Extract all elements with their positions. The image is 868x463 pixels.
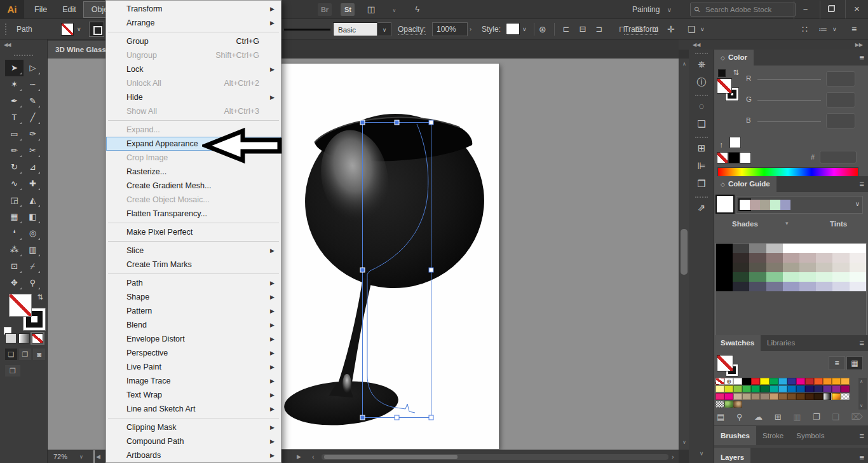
artboard-tool[interactable]: ⊡: [5, 258, 24, 275]
menu-item-create-gradient-mesh[interactable]: Create Gradient Mesh...: [106, 179, 281, 193]
harmony-color-0[interactable]: [740, 200, 750, 210]
guide-cell-r0-c5[interactable]: [799, 244, 816, 253]
channel-value-r[interactable]: [826, 71, 855, 86]
lasso-tool[interactable]: ∽: [24, 76, 42, 93]
color-guide-panel-icon[interactable]: ⎈: [689, 56, 714, 74]
handle-mid-right[interactable]: [429, 268, 433, 272]
swatch-list-view-icon[interactable]: ▥: [793, 412, 801, 422]
swatch-r2-c11[interactable]: [814, 393, 823, 400]
hscroll-right-icon[interactable]: ›: [672, 450, 674, 463]
mini-swap-icon[interactable]: ⇄: [732, 69, 740, 75]
rotate-tool[interactable]: ↻: [5, 159, 24, 176]
swatch-r0-c4[interactable]: [751, 378, 760, 385]
horizontal-scrollbar[interactable]: [322, 454, 668, 460]
guide-cell-r2-c2[interactable]: [749, 263, 766, 272]
shades-label[interactable]: Shades: [732, 220, 758, 228]
swatch-r0-c6[interactable]: [770, 378, 778, 385]
menu-item-group[interactable]: GroupCtrl+G: [106, 34, 281, 48]
menu-item-text-wrap[interactable]: Text Wrap▶: [106, 388, 281, 402]
harmony-color-4[interactable]: [780, 200, 790, 210]
tab-stroke[interactable]: Stroke: [756, 426, 790, 445]
white-swatch[interactable]: [740, 152, 751, 163]
menu-item-envelope-distort[interactable]: Envelope Distort▶: [106, 332, 281, 346]
swatch-pattern-0[interactable]: [715, 401, 724, 408]
guide-cell-r0-c0[interactable]: [716, 244, 733, 253]
tab-color-guide[interactable]: ◇Color Guide: [714, 176, 776, 192]
guide-cell-r3-c1[interactable]: [733, 272, 749, 282]
horizontal-scroll-thumb[interactable]: [324, 455, 458, 459]
brush-chevron-icon[interactable]: ∨: [377, 22, 391, 36]
swatch-r1-c11[interactable]: [814, 385, 823, 392]
menu-item-live-paint[interactable]: Live Paint▶: [106, 360, 281, 374]
swatch-options-icon[interactable]: ⊞: [775, 412, 782, 422]
swatch-r1-c1[interactable]: [724, 385, 733, 392]
swatch-r1-c10[interactable]: [805, 385, 814, 392]
hand-tool[interactable]: ✥: [5, 275, 24, 291]
swatch-pattern-2[interactable]: [733, 401, 742, 408]
channel-slider-r[interactable]: [757, 79, 821, 80]
swatch-r2-c6[interactable]: [770, 393, 778, 400]
guide-cell-r3-c2[interactable]: [749, 272, 766, 282]
opacity-spinner-icon[interactable]: ›: [470, 19, 471, 39]
guide-cell-r4-c6[interactable]: [816, 282, 832, 291]
swatch-r0-c7[interactable]: [778, 378, 787, 385]
color-button[interactable]: [5, 333, 17, 343]
control-bar-grip[interactable]: [5, 24, 8, 35]
swatch-r2-c13[interactable]: [832, 393, 841, 400]
black-swatch[interactable]: [728, 152, 740, 163]
zoom-tool[interactable]: ⚲: [24, 275, 42, 291]
dock-grip[interactable]: [695, 95, 708, 96]
minimize-button[interactable]: −: [794, 1, 817, 19]
guide-cell-r3-c7[interactable]: [832, 272, 849, 282]
swatch-r0-c8[interactable]: [787, 378, 796, 385]
swatch-r1-c13[interactable]: [832, 385, 841, 392]
next-artboard-icon[interactable]: ▶: [297, 450, 301, 463]
menu-item-make-pixel-perfect[interactable]: Make Pixel Perfect: [106, 225, 281, 239]
delete-swatch-icon[interactable]: ⌦: [851, 412, 863, 422]
draw-behind-icon[interactable]: ❐: [19, 349, 31, 360]
guide-cell-r1-c7[interactable]: [832, 253, 849, 263]
transform-link[interactable]: Transform: [624, 24, 658, 35]
mesh-tool[interactable]: ▦: [5, 209, 24, 225]
menubar-item-file[interactable]: File: [27, 2, 55, 17]
guide-cell-r4-c8[interactable]: [850, 282, 866, 291]
document-info-panel-icon[interactable]: ⓘ: [689, 74, 714, 92]
tab-libraries[interactable]: Libraries: [761, 335, 801, 351]
menu-item-transform[interactable]: Transform▶: [106, 2, 281, 16]
guide-cell-r0-c1[interactable]: [733, 244, 749, 253]
menu-item-artboards[interactable]: Artboards▶: [106, 448, 281, 462]
menu-item-perspective[interactable]: Perspective▶: [106, 346, 281, 360]
swatch-r1-c9[interactable]: [796, 385, 805, 392]
zoom-chevron-icon[interactable]: ∨: [79, 450, 83, 463]
swatch-r0-c13[interactable]: [832, 378, 841, 385]
menu-item-compound-path[interactable]: Compound Path▶: [106, 434, 281, 448]
menu-item-lock[interactable]: Lock▶: [106, 62, 281, 76]
guide-cell-r2-c1[interactable]: [733, 263, 749, 272]
swatch-r1-c2[interactable]: [733, 385, 742, 392]
swatch-r2-c12[interactable]: [823, 393, 832, 400]
brush-definition-select[interactable]: Basic: [333, 22, 377, 36]
swap-fill-stroke-icon[interactable]: ⇄: [36, 294, 44, 300]
guide-cell-r4-c2[interactable]: [749, 282, 766, 291]
guide-cell-r3-c8[interactable]: [850, 272, 866, 282]
swatch-r1-c6[interactable]: [770, 385, 778, 392]
guide-cell-r4-c7[interactable]: [832, 282, 849, 291]
harmony-color-2[interactable]: [760, 200, 770, 210]
shape-options-icon[interactable]: ≔: [818, 19, 827, 39]
swatch-scroll-up-icon[interactable]: ∧: [860, 379, 863, 384]
vertical-scrollbar[interactable]: ∧ ∨: [679, 59, 689, 450]
guide-cell-r3-c5[interactable]: [799, 272, 816, 282]
guide-cell-r1-c2[interactable]: [749, 253, 766, 263]
none-swatch[interactable]: [717, 152, 728, 163]
swatch-r1-c14[interactable]: [841, 385, 850, 392]
swatch-pattern-1[interactable]: [724, 401, 733, 408]
align-left-icon[interactable]: ⊏: [559, 19, 573, 39]
guide-cell-r0-c8[interactable]: [850, 244, 866, 253]
free-transform-icon[interactable]: ✛: [667, 19, 675, 39]
select-similar-chevron-icon[interactable]: ∨: [700, 19, 705, 39]
expand-panels-icon[interactable]: ▶▶: [855, 42, 863, 48]
swatch-scrollbar[interactable]: ∧ ∨: [858, 378, 867, 410]
swatch-r0-c11[interactable]: [814, 378, 823, 385]
guide-cell-r4-c3[interactable]: [766, 282, 783, 291]
arrange-documents-icon[interactable]: ◫: [364, 3, 378, 16]
